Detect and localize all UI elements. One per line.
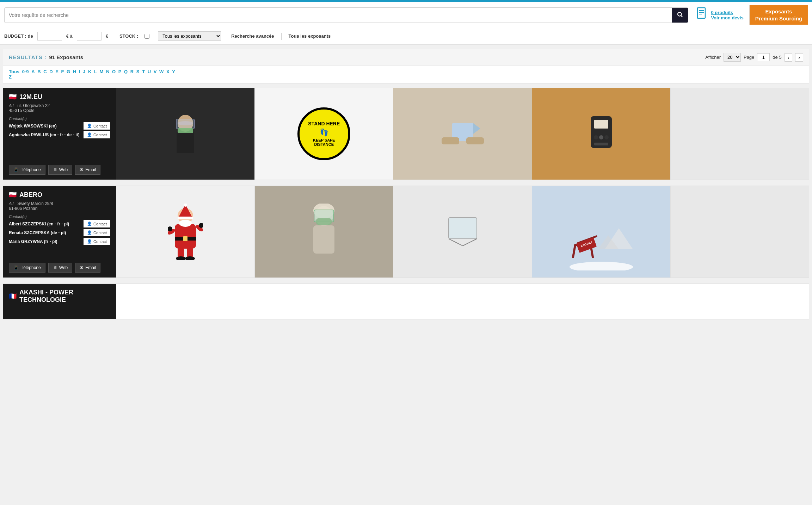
contact-btn-2-12meu[interactable]: 👤 Contact bbox=[84, 131, 110, 138]
svg-point-45 bbox=[570, 262, 633, 270]
web-icon: 🖥 bbox=[53, 167, 57, 172]
web-btn-abero[interactable]: 🖥 Web bbox=[48, 263, 72, 273]
alpha-f[interactable]: F bbox=[61, 69, 64, 74]
alpha-h[interactable]: H bbox=[73, 69, 76, 74]
page-total: de 5 bbox=[773, 55, 781, 60]
alpha-k[interactable]: K bbox=[88, 69, 91, 74]
product-image-4-abero[interactable]: ZACZNIJ bbox=[532, 186, 670, 278]
product-image-3-abero[interactable] bbox=[393, 186, 531, 278]
svg-rect-16 bbox=[594, 120, 608, 129]
devis-button[interactable]: 0 produits Voir mon devis bbox=[691, 5, 749, 25]
email-btn-abero[interactable]: ✉ Email bbox=[75, 263, 100, 273]
contact-btn-3-abero[interactable]: 👤 Contact bbox=[84, 238, 110, 245]
svg-rect-7 bbox=[177, 132, 194, 153]
alpha-y[interactable]: Y bbox=[172, 69, 175, 74]
page-next-button[interactable]: › bbox=[795, 53, 803, 62]
page-prev-button[interactable]: ‹ bbox=[785, 53, 793, 62]
product-image-1-12meu[interactable] bbox=[116, 88, 254, 180]
action-buttons-abero: 📱 Téléphone 🖥 Web ✉ Email bbox=[9, 263, 110, 273]
alpha-q[interactable]: Q bbox=[124, 69, 128, 74]
search-bar bbox=[4, 7, 688, 23]
stock-label: STOCK : bbox=[119, 33, 138, 39]
search-input[interactable] bbox=[5, 10, 672, 21]
alpha-x[interactable]: X bbox=[166, 69, 170, 74]
recherche-avancee-link[interactable]: Recherche avancée bbox=[231, 33, 274, 39]
product-image-5-12meu[interactable] bbox=[670, 88, 809, 180]
exposants-select[interactable]: Tous les exposants bbox=[158, 31, 221, 41]
exposant-row-abero: 🇵🇱 ABERO Ad. Swiety Marcin 29/8 61-806 P… bbox=[3, 186, 809, 278]
product-images-abero: ZACZNIJ bbox=[116, 186, 809, 278]
web-btn-12meu[interactable]: 🖥 Web bbox=[48, 165, 72, 175]
contact-btn-2-abero[interactable]: 👤 Contact bbox=[84, 229, 110, 236]
results-count: 91 Exposants bbox=[49, 54, 83, 60]
contacts-label-12meu: Contact(s) bbox=[9, 117, 110, 121]
alpha-a[interactable]: A bbox=[31, 69, 35, 74]
user-icon-2: 👤 bbox=[87, 132, 92, 137]
product-images-12meu: STAND HERE 👣 KEEP SAFEDISTANCE bbox=[116, 88, 809, 180]
svg-rect-26 bbox=[178, 217, 193, 219]
exposant-info-12meu: 🇵🇱 12M.EU Ad. ul. Glogowska 22 45-315 Op… bbox=[3, 88, 116, 180]
alpha-v[interactable]: V bbox=[154, 69, 157, 74]
product-image-1-abero[interactable] bbox=[116, 186, 254, 278]
currency-separator: € à bbox=[66, 33, 73, 39]
devis-count-link[interactable]: 0 produits bbox=[711, 10, 743, 15]
contact-row-2-abero: Renata SZCZEPSKA (de - pl) 👤 Contact bbox=[9, 229, 110, 236]
results-label: RESULTATS : bbox=[9, 54, 47, 60]
search-button[interactable] bbox=[672, 8, 688, 23]
product-image-4-12meu[interactable] bbox=[532, 88, 670, 180]
alpha-c[interactable]: C bbox=[43, 69, 47, 74]
alpha-w[interactable]: W bbox=[159, 69, 164, 74]
alpha-g[interactable]: G bbox=[67, 69, 70, 74]
exposant-ad-12meu: Ad. ul. Glogowska 22 bbox=[9, 103, 110, 108]
svg-point-35 bbox=[176, 256, 186, 260]
alpha-09[interactable]: 0-9 bbox=[22, 69, 29, 74]
svg-rect-10 bbox=[178, 128, 193, 133]
alpha-u[interactable]: U bbox=[148, 69, 151, 74]
alpha-s[interactable]: S bbox=[136, 69, 140, 74]
contact-name-1-12meu: Wojtek WASOWSKI (en) bbox=[9, 124, 57, 129]
email-btn-12meu[interactable]: ✉ Email bbox=[75, 165, 100, 175]
alpha-j[interactable]: J bbox=[83, 69, 85, 74]
pagination-controls: Afficher 20 40 60 Page de 5 ‹ › bbox=[705, 53, 803, 62]
alpha-tous[interactable]: Tous bbox=[9, 69, 19, 74]
alpha-t[interactable]: T bbox=[142, 69, 145, 74]
tous-les-exposants-link[interactable]: Tous les exposants bbox=[289, 33, 331, 39]
alpha-z[interactable]: Z bbox=[9, 74, 12, 80]
alpha-n[interactable]: N bbox=[106, 69, 109, 74]
premium-sourcing-button[interactable]: Exposants Premium Sourcing bbox=[750, 5, 808, 25]
contact-btn-1-abero[interactable]: 👤 Contact bbox=[84, 220, 110, 227]
telephone-btn-12meu[interactable]: 📱 Téléphone bbox=[9, 165, 45, 175]
alpha-p[interactable]: P bbox=[118, 69, 122, 74]
product-image-3-12meu[interactable] bbox=[393, 88, 531, 180]
akashi-images-area bbox=[116, 284, 809, 319]
svg-rect-41 bbox=[313, 225, 334, 254]
alpha-r[interactable]: R bbox=[130, 69, 134, 74]
alpha-e[interactable]: E bbox=[55, 69, 59, 74]
contact-name-2-abero: Renata SZCZEPSKA (de - pl) bbox=[9, 230, 66, 235]
alpha-o[interactable]: O bbox=[112, 69, 116, 74]
voir-devis-link[interactable]: Voir mon devis bbox=[711, 15, 743, 20]
svg-point-17 bbox=[594, 135, 598, 139]
alpha-b[interactable]: B bbox=[37, 69, 41, 74]
premium-btn-line1: Exposants bbox=[755, 8, 802, 15]
page-number-input[interactable] bbox=[757, 53, 770, 61]
exposant-name-12meu: 🇵🇱 12M.EU bbox=[9, 93, 110, 101]
product-image-2-abero[interactable] bbox=[254, 186, 393, 278]
alpha-i[interactable]: I bbox=[79, 69, 80, 74]
contact-btn-1-12meu[interactable]: 👤 Contact bbox=[84, 122, 110, 130]
contact-row-3-abero: Maria GRZYWNA (fr - pl) 👤 Contact bbox=[9, 238, 110, 245]
stock-checkbox[interactable] bbox=[144, 34, 149, 39]
product-image-2-12meu[interactable]: STAND HERE 👣 KEEP SAFEDISTANCE bbox=[254, 88, 393, 180]
budget-from-input[interactable] bbox=[37, 32, 62, 40]
alpha-d[interactable]: D bbox=[49, 69, 53, 74]
budget-to-input[interactable] bbox=[77, 32, 102, 40]
telephone-btn-abero[interactable]: 📱 Téléphone bbox=[9, 263, 45, 273]
alpha-l[interactable]: L bbox=[94, 69, 97, 74]
product-image-5-abero[interactable] bbox=[670, 186, 809, 278]
budget-label: BUDGET : de bbox=[4, 33, 33, 39]
exposant-address2-12meu: 45-315 Opole bbox=[9, 108, 110, 113]
contact-row-2-12meu: Agnieszka PAWLUS (en - fr - de - it) 👤 C… bbox=[9, 131, 110, 138]
page-size-select[interactable]: 20 40 60 bbox=[724, 53, 741, 62]
alpha-m[interactable]: M bbox=[100, 69, 104, 74]
exposant-address2-abero: 61-806 Poznan bbox=[9, 206, 110, 211]
